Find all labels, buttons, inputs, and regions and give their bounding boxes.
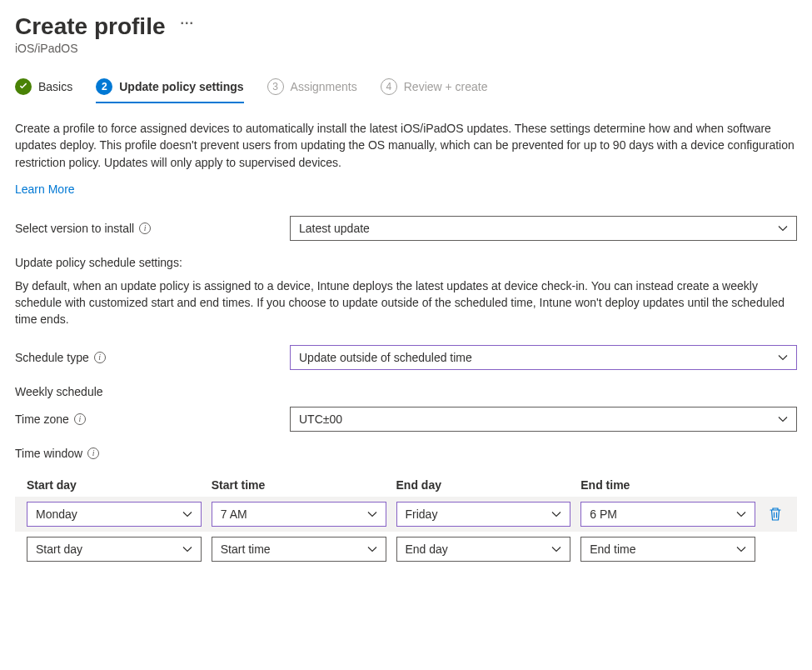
chevron-down-icon xyxy=(551,544,561,554)
weekly-heading: Weekly schedule xyxy=(15,385,797,398)
wizard-tabs: Basics 2 Update policy settings 3 Assign… xyxy=(15,78,797,103)
tab-basics[interactable]: Basics xyxy=(15,78,72,103)
step-number-icon: 3 xyxy=(267,78,284,95)
subtitle: iOS/iPadOS xyxy=(15,42,797,55)
start-day-select[interactable]: Monday xyxy=(27,502,202,527)
tab-review-label: Review + create xyxy=(404,80,488,93)
page-title-text: Create profile xyxy=(15,13,166,40)
info-icon[interactable]: i xyxy=(87,448,99,459)
chevron-down-icon xyxy=(182,544,192,554)
version-label: Select version to install i xyxy=(15,222,290,235)
info-icon[interactable]: i xyxy=(139,222,151,234)
end-time-select[interactable]: 6 PM xyxy=(580,502,755,527)
schedule-row: Monday 7 AM Friday 6 PM xyxy=(15,497,797,532)
schedule-row: Start day Start time End day End time xyxy=(15,532,797,567)
start-day-select[interactable]: Start day xyxy=(27,537,202,562)
schedule-type-field: Schedule type i Update outside of schedu… xyxy=(15,345,797,370)
end-day-select[interactable]: End day xyxy=(396,537,571,562)
end-day-select[interactable]: Friday xyxy=(396,502,571,527)
chevron-down-icon xyxy=(367,544,377,554)
step-number-icon: 4 xyxy=(381,78,397,95)
version-field: Select version to install i Latest updat… xyxy=(15,216,797,241)
step-number-icon: 2 xyxy=(96,78,112,95)
chevron-down-icon xyxy=(551,509,561,519)
end-time-select[interactable]: End time xyxy=(580,537,755,562)
col-end-time: End time xyxy=(580,478,755,492)
schedule-settings-heading: Update policy schedule settings: xyxy=(15,256,797,269)
page-title: Create profile ··· xyxy=(15,13,797,40)
tab-assignments[interactable]: 3 Assignments xyxy=(267,78,357,103)
chevron-down-icon xyxy=(182,509,192,519)
chevron-down-icon xyxy=(367,509,377,519)
delete-row-button[interactable] xyxy=(765,507,785,522)
col-end-day: End day xyxy=(396,478,571,492)
tab-assignments-label: Assignments xyxy=(291,80,357,93)
tab-update-policy-label: Update policy settings xyxy=(119,80,243,93)
chevron-down-icon xyxy=(778,414,788,424)
check-icon xyxy=(15,78,32,95)
tab-basics-label: Basics xyxy=(38,80,72,93)
info-icon[interactable]: i xyxy=(94,352,106,363)
tab-review[interactable]: 4 Review + create xyxy=(381,78,488,103)
tab-update-policy[interactable]: 2 Update policy settings xyxy=(96,78,243,103)
schedule-header-row: Start day Start time End day End time xyxy=(15,478,797,492)
schedule-type-select[interactable]: Update outside of scheduled time xyxy=(290,345,797,370)
version-select[interactable]: Latest update xyxy=(290,216,797,241)
more-icon[interactable]: ··· xyxy=(181,16,194,31)
timezone-select[interactable]: UTC±00 xyxy=(290,407,797,432)
learn-more-link[interactable]: Learn More xyxy=(15,182,75,196)
timezone-field: Time zone i UTC±00 xyxy=(15,407,797,432)
schedule-type-select-value: Update outside of scheduled time xyxy=(299,351,472,364)
chevron-down-icon xyxy=(736,509,746,519)
schedule-settings-body: By default, when an update policy is ass… xyxy=(15,278,797,328)
chevron-down-icon xyxy=(778,223,788,233)
chevron-down-icon xyxy=(778,352,788,362)
info-icon[interactable]: i xyxy=(74,413,86,425)
trash-icon xyxy=(769,507,782,522)
timezone-label: Time zone i xyxy=(15,412,290,426)
version-select-value: Latest update xyxy=(299,222,370,235)
start-time-select[interactable]: Start time xyxy=(212,537,386,562)
start-time-select[interactable]: 7 AM xyxy=(212,502,386,527)
chevron-down-icon xyxy=(736,544,746,554)
time-window-label: Time window i xyxy=(15,447,290,460)
description-text: Create a profile to force assigned devic… xyxy=(15,120,797,171)
schedule-type-label: Schedule type i xyxy=(15,351,290,364)
col-start-day: Start day xyxy=(27,478,202,492)
timezone-select-value: UTC±00 xyxy=(299,412,342,426)
col-start-time: Start time xyxy=(212,478,386,492)
